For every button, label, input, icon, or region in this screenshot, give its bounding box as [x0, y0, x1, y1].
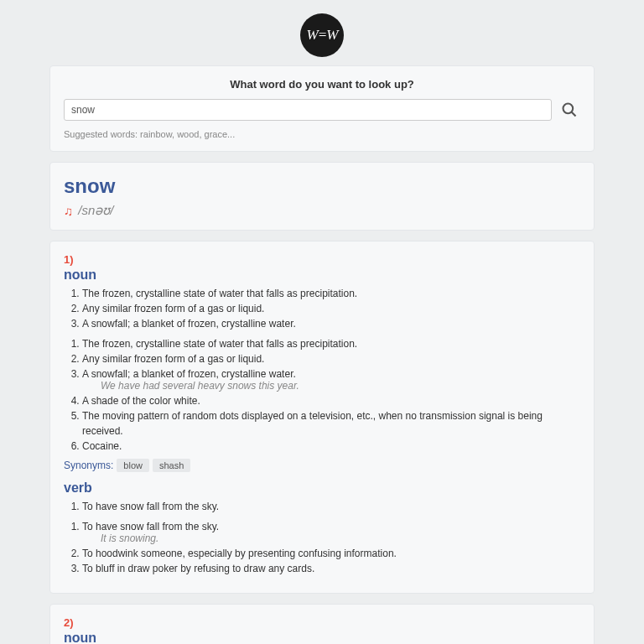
- definition-example: We have had several heavy snows this yea…: [82, 380, 580, 392]
- search-button[interactable]: [558, 99, 580, 121]
- definition-item: Cocaine.: [82, 439, 580, 454]
- part-of-speech: verb: [64, 480, 580, 496]
- synonym-tag[interactable]: shash: [153, 459, 190, 472]
- entry-card: 2)nounA square-rigged vessel, differing …: [49, 604, 595, 644]
- search-input[interactable]: [64, 99, 552, 121]
- word-title: snow: [64, 174, 580, 198]
- entry-card: 1)nounThe frozen, crystalline state of w…: [49, 241, 595, 594]
- synonyms-label: Synonyms:: [64, 460, 113, 471]
- entry-number: 2): [64, 616, 580, 629]
- definition-item: To have snow fall from the sky.: [82, 499, 580, 514]
- part-of-speech: noun: [64, 631, 580, 644]
- definition-item: A snowfall; a blanket of frozen, crystal…: [82, 316, 580, 331]
- logo-wrap: W=W: [49, 13, 595, 57]
- definition-item: The frozen, crystalline state of water t…: [82, 286, 580, 301]
- definition-item: Any similar frozen form of a gas or liqu…: [82, 351, 580, 366]
- definition-item: To hoodwink someone, especially by prese…: [82, 546, 580, 561]
- part-of-speech: noun: [64, 267, 580, 283]
- definitions-list: The frozen, crystalline state of water t…: [64, 286, 580, 331]
- definition-item: To bluff in draw poker by refusing to dr…: [82, 561, 580, 576]
- search-title: What word do you want to look up?: [64, 78, 580, 91]
- svg-line-1: [572, 112, 576, 117]
- audio-icon[interactable]: ♫: [64, 204, 73, 218]
- definitions-list: To have snow fall from the sky.It is sno…: [64, 519, 580, 576]
- search-row: [64, 99, 580, 121]
- search-card: What word do you want to look up? Sugges…: [49, 65, 595, 152]
- definitions-list: To have snow fall from the sky.: [64, 499, 580, 514]
- definition-item: The moving pattern of random dots displa…: [82, 408, 580, 439]
- word-header-card: snow ♫ /snəʊ/: [49, 162, 595, 231]
- phonetic-text: /snəʊ/: [78, 203, 113, 218]
- synonym-tag[interactable]: blow: [117, 459, 149, 472]
- phonetic-row: ♫ /snəʊ/: [64, 203, 580, 218]
- search-icon: [561, 101, 578, 118]
- synonyms-row: Synonyms:blowshash: [64, 459, 580, 472]
- definition-item: A shade of the color white.: [82, 393, 580, 408]
- definition-example: It is snowing.: [82, 532, 580, 544]
- svg-point-0: [564, 104, 574, 114]
- suggested-words: Suggested words: rainbow, wood, grace...: [64, 129, 580, 139]
- definition-item: Any similar frozen form of a gas or liqu…: [82, 301, 580, 316]
- site-logo[interactable]: W=W: [300, 13, 344, 57]
- definitions-list: The frozen, crystalline state of water t…: [64, 336, 580, 454]
- entry-number: 1): [64, 253, 580, 266]
- definition-item: The frozen, crystalline state of water t…: [82, 336, 580, 351]
